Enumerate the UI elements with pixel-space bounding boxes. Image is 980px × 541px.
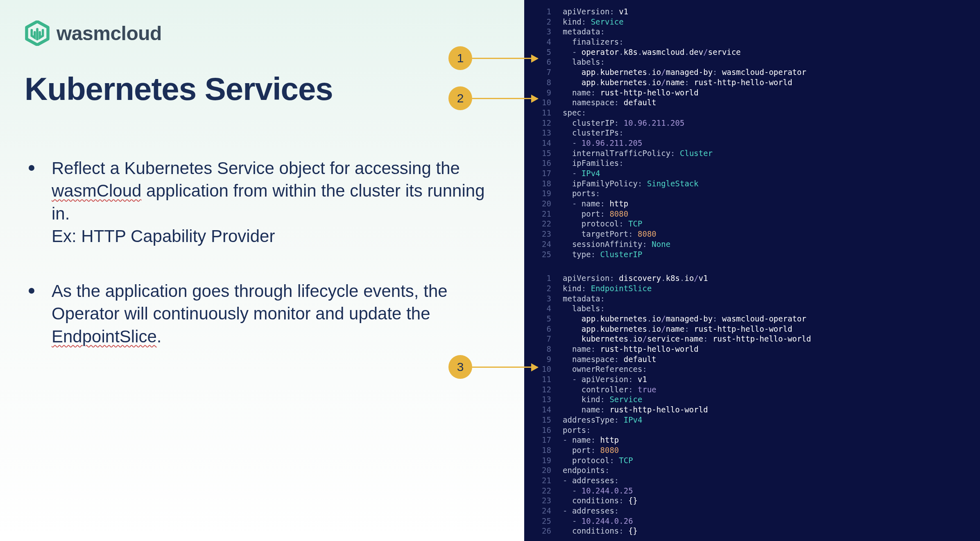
line-number: 13 [541, 394, 563, 405]
code-line: 23 targetPort: 8080 [541, 229, 980, 239]
code-line: 19 protocol: TCP [541, 455, 980, 466]
code-line: 22 protocol: TCP [541, 219, 980, 229]
code-line: 9 name: rust-http-hello-world [541, 88, 980, 98]
line-number: 18 [541, 179, 563, 189]
code-line: 20endpoints: [541, 465, 980, 475]
code-line: 21- addresses: [541, 475, 980, 486]
line-number: 20 [541, 465, 563, 475]
line-number: 24 [541, 239, 563, 249]
spelling-wasmcloud: wasmCloud [52, 181, 141, 200]
annotation-3: 3 [448, 355, 538, 379]
line-number: 16 [541, 425, 563, 435]
line-number: 25 [541, 249, 563, 260]
code-line: 1apiVersion: discovery.k8s.io/v1 [541, 273, 980, 283]
code-line: 4 finalizers: [541, 37, 980, 47]
code-line: 21 port: 8080 [541, 209, 980, 219]
line-number: 21 [541, 475, 563, 486]
line-number: 2 [541, 17, 563, 27]
logo: wasmcloud [25, 20, 500, 46]
wasmcloud-logo-icon [25, 20, 50, 46]
bullet-item-2: As the application goes through lifecycl… [29, 280, 500, 348]
line-number: 22 [541, 219, 563, 229]
line-number: 12 [541, 118, 563, 128]
line-number: 19 [541, 455, 563, 466]
code-line: 16 ipFamilies: [541, 158, 980, 168]
line-number: 15 [541, 148, 563, 158]
line-number: 8 [541, 77, 563, 88]
line-number: 1 [541, 273, 563, 283]
bullet-list: Reflect a Kubernetes Service object for … [25, 157, 500, 348]
line-number: 9 [541, 88, 563, 98]
code-line: 18 ipFamilyPolicy: SingleStack [541, 179, 980, 189]
spelling-endpointslice: EndpointSlice [52, 327, 157, 346]
line-number: 4 [541, 37, 563, 47]
line-number: 14 [541, 405, 563, 415]
line-number: 25 [541, 516, 563, 526]
code-line: 25 type: ClusterIP [541, 249, 980, 260]
page-title: Kubernetes Services [25, 70, 500, 108]
code-panel: 1 2 3 1apiVersion: v12kind: Service3meta… [524, 0, 980, 541]
line-number: 3 [541, 27, 563, 37]
code-line: 26 conditions: {} [541, 526, 980, 536]
code-line: 1apiVersion: v1 [541, 7, 980, 17]
line-number: 10 [541, 364, 563, 374]
code-line: 20 - name: http [541, 199, 980, 209]
code-line: 13 kind: Service [541, 394, 980, 405]
code-line: 14 name: rust-http-hello-world [541, 405, 980, 415]
line-number: 23 [541, 496, 563, 506]
code-line: 8 app.kubernetes.io/name: rust-http-hell… [541, 77, 980, 88]
code-line: 11 - apiVersion: v1 [541, 374, 980, 385]
code-line: 6 labels: [541, 57, 980, 67]
line-number: 15 [541, 415, 563, 425]
line-number: 21 [541, 209, 563, 219]
line-number: 12 [541, 385, 563, 395]
line-number: 17 [541, 168, 563, 179]
code-line: 12 clusterIP: 10.96.211.205 [541, 118, 980, 128]
line-number: 9 [541, 354, 563, 364]
code-line: 7 app.kubernetes.io/managed-by: wasmclou… [541, 67, 980, 77]
line-number: 11 [541, 108, 563, 118]
line-number: 26 [541, 526, 563, 536]
line-number: 10 [541, 97, 563, 108]
line-number: 7 [541, 334, 563, 344]
annotation-1: 1 [448, 46, 538, 70]
line-number: 8 [541, 344, 563, 354]
line-number: 6 [541, 324, 563, 334]
line-number: 18 [541, 445, 563, 455]
line-number: 20 [541, 199, 563, 209]
code-line: 2kind: Service [541, 17, 980, 27]
line-number: 2 [541, 283, 563, 294]
left-panel: wasmcloud Kubernetes Services Reflect a … [0, 0, 524, 541]
arrow-icon [472, 98, 538, 99]
line-number: 7 [541, 67, 563, 77]
line-number: 16 [541, 158, 563, 168]
code-block-endpointslice: 1apiVersion: discovery.k8s.io/v12kind: E… [524, 273, 980, 536]
code-line: 19 ports: [541, 188, 980, 199]
code-block-service: 1apiVersion: v12kind: Service3metadata:4… [524, 7, 980, 259]
line-number: 1 [541, 7, 563, 17]
line-number: 5 [541, 314, 563, 324]
line-number: 5 [541, 47, 563, 57]
code-line: 8 name: rust-http-hello-world [541, 344, 980, 354]
code-line: 15 internalTrafficPolicy: Cluster [541, 148, 980, 158]
logo-text: wasmcloud [57, 22, 162, 45]
line-number: 4 [541, 303, 563, 314]
line-number: 3 [541, 294, 563, 304]
code-line: 23 conditions: {} [541, 496, 980, 506]
code-line: 5 - operator.k8s.wasmcloud.dev/service [541, 47, 980, 57]
code-line: 6 app.kubernetes.io/name: rust-http-hell… [541, 324, 980, 334]
code-line: 25 - 10.244.0.26 [541, 516, 980, 526]
code-line: 2kind: EndpointSlice [541, 283, 980, 294]
code-line: 7 kubernetes.io/service-name: rust-http-… [541, 334, 980, 344]
line-number: 22 [541, 486, 563, 496]
arrow-icon [472, 367, 538, 368]
code-line: 3metadata: [541, 294, 980, 304]
code-line: 18 port: 8080 [541, 445, 980, 455]
line-number: 23 [541, 229, 563, 239]
line-number: 14 [541, 138, 563, 148]
code-line: 24 sessionAffinity: None [541, 239, 980, 249]
code-line: 12 controller: true [541, 385, 980, 395]
code-line: 16ports: [541, 425, 980, 435]
code-line: 3metadata: [541, 27, 980, 37]
code-line: 22 - 10.244.0.25 [541, 486, 980, 496]
